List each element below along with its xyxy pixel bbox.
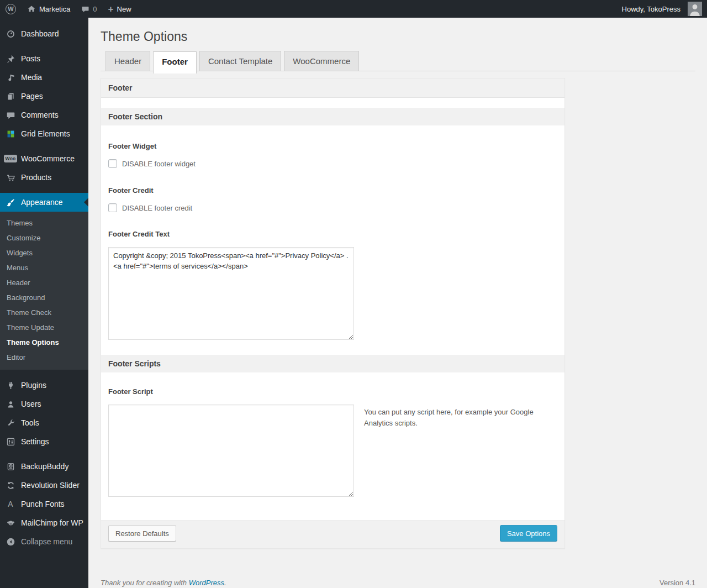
main-content: Theme Options Header Footer Contact Temp… [88, 18, 707, 587]
sidebar-item-label: Appearance [21, 198, 63, 207]
sidebar-item-appearance[interactable]: Appearance [0, 193, 88, 212]
sidebar-item-backupbuddy[interactable]: BackupBuddy [0, 457, 88, 476]
save-options-button[interactable]: Save Options [500, 525, 557, 542]
admin-bar: W Marketica 0 + New Howdy, TokoPress [0, 0, 707, 18]
panel-gap [101, 98, 564, 108]
sidebar-item-label: Media [21, 73, 42, 82]
sidebar-item-label: MailChimp for WP [21, 518, 83, 527]
my-account-menu[interactable]: Howdy, TokoPress [616, 0, 707, 18]
appearance-submenu: Themes Customize Widgets Menus Header Ba… [0, 212, 88, 370]
new-content-menu[interactable]: + New [103, 0, 137, 18]
thanks-prefix: Thank you for creating with [101, 579, 189, 587]
comment-bubble-icon [81, 5, 89, 13]
theme-options-panel: Footer Footer Section Footer Widget DISA… [101, 78, 565, 549]
sidebar-item-label: Pages [21, 92, 43, 101]
disable-footer-credit-label: DISABLE footer credit [122, 204, 192, 212]
sidebar-item-dashboard[interactable]: Dashboard [0, 24, 88, 43]
media-icon [0, 73, 21, 82]
submenu-item-header[interactable]: Header [0, 275, 88, 290]
sidebar-item-pages[interactable]: Pages [0, 87, 88, 106]
plus-icon: + [108, 4, 114, 14]
footer-scripts-header: Footer Scripts [101, 355, 564, 372]
comment-count-badge: 0 [93, 5, 97, 13]
thanks-suffix: . [224, 579, 226, 587]
pages-icon [0, 92, 21, 101]
version-label: Version 4.1 [659, 579, 695, 587]
footer-script-description: You can put any script here, for example… [364, 405, 535, 497]
submenu-item-theme-options[interactable]: Theme Options [0, 335, 88, 350]
sidebar-item-tools[interactable]: Tools [0, 413, 88, 432]
sidebar-item-posts[interactable]: Posts [0, 49, 88, 68]
punch-fonts-icon: A [0, 500, 21, 508]
tab-header[interactable]: Header [105, 51, 150, 71]
footer-thanks: Thank you for creating with WordPress. [101, 579, 226, 587]
disable-footer-credit-row: DISABLE footer credit [108, 203, 557, 212]
site-name-link[interactable]: Marketica [22, 0, 76, 18]
submenu-item-background[interactable]: Background [0, 290, 88, 305]
submenu-item-themes[interactable]: Themes [0, 216, 88, 230]
avatar [688, 2, 702, 16]
sidebar-item-mailchimp[interactable]: MailChimp for WP [0, 513, 88, 532]
wordpress-logo-icon: W [6, 4, 16, 14]
sidebar-item-plugins[interactable]: Plugins [0, 376, 88, 395]
submenu-item-editor[interactable]: Editor [0, 350, 88, 365]
sidebar-item-grid-elements[interactable]: Grid Elements [0, 124, 88, 143]
comments-icon [0, 111, 21, 120]
footer-credit-text-label: Footer Credit Text [108, 230, 557, 239]
wordpress-link[interactable]: WordPress [189, 579, 224, 587]
restore-defaults-button[interactable]: Restore Defaults [108, 525, 176, 542]
submenu-item-menus[interactable]: Menus [0, 260, 88, 275]
pin-icon [0, 54, 21, 64]
page-footer: Thank you for creating with WordPress. V… [101, 579, 695, 587]
submenu-item-theme-update[interactable]: Theme Update [0, 320, 88, 335]
footer-widget-label: Footer Widget [108, 142, 557, 151]
footer-section-header: Footer Section [101, 108, 564, 125]
panel-title: Footer [101, 78, 564, 98]
footer-script-textarea[interactable] [108, 405, 354, 497]
tab-contact-template[interactable]: Contact Template [199, 51, 281, 71]
sidebar-item-users[interactable]: Users [0, 395, 88, 413]
disable-footer-widget-checkbox[interactable] [108, 159, 117, 168]
wordpress-logo-menu[interactable]: W [0, 0, 22, 18]
footer-script-row: You can put any script here, for example… [108, 405, 557, 497]
sidebar-item-punch-fonts[interactable]: A Punch Fonts [0, 495, 88, 513]
footer-credit-label: Footer Credit [108, 186, 557, 195]
sidebar-item-settings[interactable]: Settings [0, 432, 88, 451]
footer-script-label: Footer Script [108, 387, 557, 396]
new-label: New [117, 5, 131, 13]
tab-footer[interactable]: Footer [153, 51, 197, 74]
submenu-item-theme-check[interactable]: Theme Check [0, 305, 88, 320]
sidebar-item-revolution-slider[interactable]: Revolution Slider [0, 476, 88, 495]
sidebar-item-label: BackupBuddy [21, 462, 68, 471]
collapse-menu-button[interactable]: Collapse menu [0, 532, 88, 551]
woocommerce-icon: Woo [0, 155, 21, 163]
panel-footer: Restore Defaults Save Options [101, 520, 564, 548]
sidebar-item-label: Products [21, 173, 51, 182]
site-name-label: Marketica [39, 5, 70, 13]
sidebar-item-label: Tools [21, 418, 39, 427]
sidebar-item-woocommerce[interactable]: Woo WooCommerce [0, 149, 88, 168]
page-title: Theme Options [101, 29, 695, 44]
disable-footer-credit-checkbox[interactable] [108, 203, 117, 212]
submenu-item-widgets[interactable]: Widgets [0, 245, 88, 260]
tools-icon [0, 418, 21, 428]
home-icon [27, 4, 36, 13]
submenu-item-customize[interactable]: Customize [0, 230, 88, 245]
admin-menu: Dashboard Posts Media Pages Comments Gri… [0, 18, 88, 588]
tab-woocommerce[interactable]: WooCommerce [284, 51, 359, 71]
settings-icon [0, 437, 21, 447]
disable-footer-widget-label: DISABLE footer widget [122, 160, 196, 168]
sidebar-item-label: Settings [21, 437, 49, 446]
sidebar-item-label: Revolution Slider [21, 481, 80, 490]
sidebar-item-label: Collapse menu [21, 537, 72, 546]
footer-credit-text-textarea[interactable]: Copyright &copy; 2015 TokoPress<span><a … [108, 247, 354, 340]
sidebar-item-label: Plugins [21, 381, 46, 390]
sidebar-item-comments[interactable]: Comments [0, 106, 88, 124]
sidebar-item-media[interactable]: Media [0, 68, 88, 87]
revolution-slider-icon [0, 481, 21, 490]
grid-elements-icon [0, 129, 21, 139]
admin-bar-left: W Marketica 0 + New [0, 0, 137, 18]
sidebar-item-label: Posts [21, 54, 40, 63]
comments-adminbar-link[interactable]: 0 [76, 0, 102, 18]
sidebar-item-products[interactable]: Products [0, 168, 88, 187]
